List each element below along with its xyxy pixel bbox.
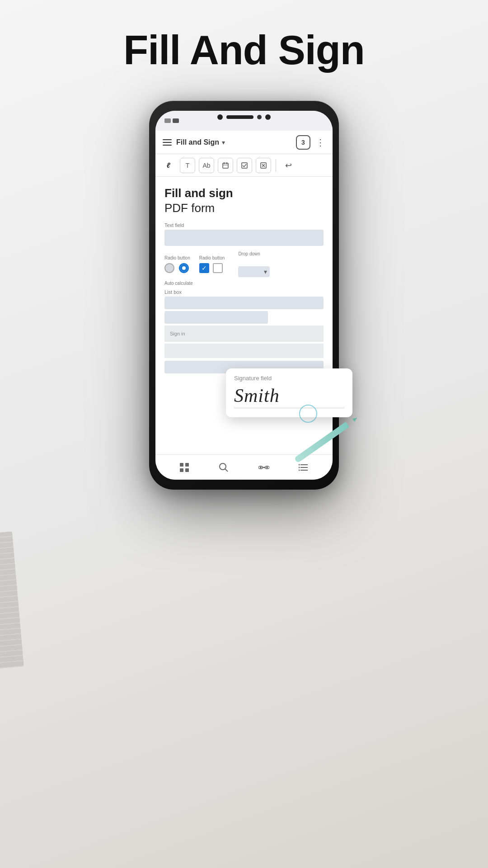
sign-in-bar: Sign in xyxy=(164,326,324,342)
cross-tool-icon[interactable] xyxy=(256,158,271,173)
svg-point-23 xyxy=(299,467,300,468)
signature-tool-icon[interactable]: ℓ xyxy=(161,158,176,173)
svg-rect-11 xyxy=(185,468,189,472)
list-box-label: List box xyxy=(164,289,324,295)
sensor xyxy=(257,115,262,119)
toolbar-title-area[interactable]: Fill and Sign ▾ xyxy=(176,138,296,146)
form-fields-row: Radio button Radio button ✓ xyxy=(164,251,324,277)
date-tool-icon[interactable] xyxy=(218,158,233,173)
icon-toolbar: ℓ T Ab ↩ xyxy=(155,154,333,177)
signature-line xyxy=(234,408,344,408)
status-bar xyxy=(155,111,333,131)
status-icons xyxy=(164,118,179,123)
signature-text: Smith xyxy=(234,383,344,408)
undo-icon[interactable]: ↩ xyxy=(281,158,296,173)
radio-group-1: Radio button xyxy=(164,255,190,273)
svg-point-15 xyxy=(260,467,262,468)
dropdown-group: Drop down ▾ xyxy=(238,251,270,277)
dropdown-label: Drop down xyxy=(238,251,270,256)
sign-in-field[interactable] xyxy=(164,344,324,358)
dropdown-field[interactable]: ▾ xyxy=(238,266,270,277)
battery-icon xyxy=(164,118,171,123)
stylus-tip xyxy=(352,416,358,421)
toolbar-separator xyxy=(276,159,276,172)
grid-nav-icon[interactable] xyxy=(179,462,189,472)
speaker xyxy=(226,115,253,119)
svg-point-12 xyxy=(220,463,226,470)
svg-line-13 xyxy=(225,469,228,472)
radio-unselected[interactable] xyxy=(164,263,174,273)
svg-rect-0 xyxy=(223,163,228,168)
hamburger-icon[interactable] xyxy=(163,139,172,146)
signal-icon xyxy=(173,118,179,123)
checkmark-tool-icon[interactable] xyxy=(237,158,252,173)
more-options-icon[interactable]: ⋮ xyxy=(316,137,325,148)
checkbox-unchecked[interactable] xyxy=(213,263,223,273)
text-field-section: Text field xyxy=(164,222,324,246)
reader-nav-icon[interactable] xyxy=(258,464,269,471)
svg-rect-18 xyxy=(262,467,266,468)
svg-point-22 xyxy=(299,464,300,465)
checkbox-group: Radio button ✓ xyxy=(199,255,225,273)
notch-sensors xyxy=(217,114,271,120)
radio-label-1: Radio button xyxy=(164,255,190,260)
search-nav-icon[interactable] xyxy=(219,462,229,472)
text-input-field[interactable] xyxy=(164,230,324,246)
checkbox-checked[interactable]: ✓ xyxy=(199,263,209,273)
list-nav-icon[interactable] xyxy=(299,463,309,472)
document-title: Fill and sign PDF form xyxy=(164,186,324,215)
checkbox-options: ✓ xyxy=(199,263,225,273)
list-box-section: List box xyxy=(164,289,324,324)
text-field-label: Text field xyxy=(164,222,324,228)
svg-rect-10 xyxy=(180,468,183,472)
page-count-badge[interactable]: 3 xyxy=(296,135,310,150)
auto-calculate-label: Auto calculate xyxy=(164,281,324,286)
signature-overlay-card: Signature field Smith xyxy=(226,368,352,417)
page-title: Fill And Sign xyxy=(123,27,365,74)
svg-rect-8 xyxy=(180,463,183,467)
list-box-item-2[interactable] xyxy=(164,311,268,324)
chevron-down-icon: ▾ xyxy=(222,139,225,146)
radio-selected[interactable] xyxy=(179,263,189,273)
main-container: Fill And Sign xyxy=(0,0,488,760)
radio-label-2: Radio button xyxy=(199,255,225,260)
svg-point-24 xyxy=(299,469,300,471)
phone-screen: Fill and Sign ▾ 3 ⋮ ℓ T Ab xyxy=(155,111,333,480)
svg-rect-9 xyxy=(185,463,189,467)
notebook-decoration xyxy=(0,531,24,671)
toolbar-title: Fill and Sign xyxy=(176,138,219,146)
signature-field-label: Signature field xyxy=(234,375,344,382)
front-camera-2 xyxy=(265,114,271,120)
app-toolbar: Fill and Sign ▾ 3 ⋮ xyxy=(155,131,333,154)
text-tool-icon[interactable]: T xyxy=(180,158,195,173)
textbox-tool-icon[interactable]: Ab xyxy=(199,158,214,173)
list-box-item-1[interactable] xyxy=(164,297,324,309)
svg-point-17 xyxy=(266,467,268,468)
touch-indicator xyxy=(299,405,317,423)
sign-in-text: Sign in xyxy=(170,331,185,336)
radio-options-1 xyxy=(164,263,189,273)
front-camera xyxy=(217,114,223,120)
phone-device: Fill and Sign ▾ 3 ⋮ ℓ T Ab xyxy=(149,101,339,490)
svg-rect-4 xyxy=(242,163,247,168)
